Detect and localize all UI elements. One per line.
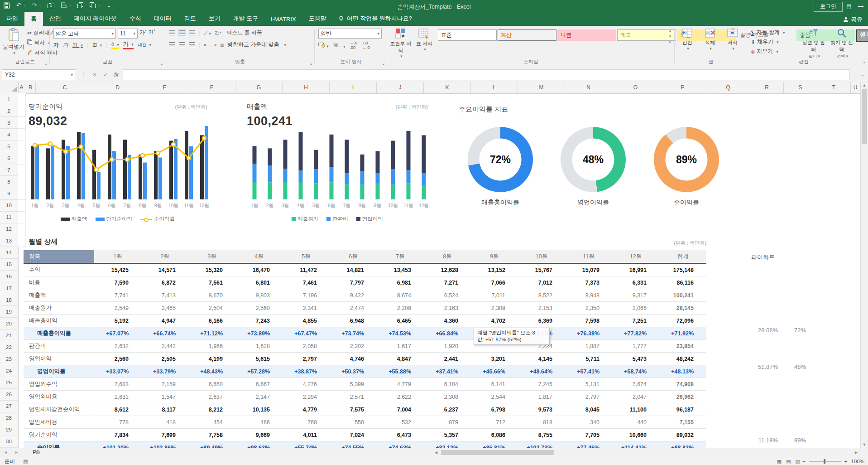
cell-수익-total[interactable]: 175,148 — [659, 264, 706, 276]
formula-menu-icon[interactable]: ⋮ — [81, 72, 86, 78]
tab-보기[interactable]: 보기 — [202, 12, 227, 26]
cell-법인세차감전순이익-12[interactable]: 11,100 — [612, 403, 659, 416]
clear-button[interactable]: ◆지우기▾ — [751, 48, 785, 55]
cell-당기순이익-10[interactable]: 8,755 — [518, 429, 565, 441]
scroll-down-icon[interactable]: ▼ — [861, 442, 868, 447]
cell-매출총이익률-11[interactable]: +76.38% — [565, 327, 612, 339]
row-header-19[interactable]: 19 — [0, 306, 18, 318]
cell-수익-5[interactable]: 11,472 — [283, 264, 330, 276]
cell-법인세차감전순이익-3[interactable]: 8,212 — [188, 403, 235, 416]
cell-매출액-4[interactable]: 9,803 — [235, 289, 283, 301]
cell-영업이익률-10[interactable]: +48.64% — [518, 365, 565, 378]
cell-매출원가-9[interactable]: 2,309 — [471, 302, 518, 314]
cell-매출총이익률-6[interactable]: +73.74% — [330, 327, 377, 339]
cell-영업외수익-12[interactable]: 7,674 — [612, 378, 659, 390]
column-header-T[interactable]: T — [817, 82, 851, 93]
cell-수익-12[interactable]: 16,991 — [612, 264, 659, 276]
cell-영업이익률-8[interactable]: +37.41% — [424, 365, 471, 378]
sheet-nav-right-icon[interactable]: ▸ — [15, 450, 18, 455]
font-color-icon[interactable]: 가 ▾ — [123, 40, 134, 49]
orientation-icon[interactable]: ⟋▾ — [204, 30, 211, 36]
zoom-slider[interactable] — [809, 461, 841, 462]
cell-영업이익률-1[interactable]: +33.07% — [94, 365, 141, 378]
row-header-29[interactable]: 29 — [0, 424, 18, 436]
cell-영업외수익-7[interactable]: 4,779 — [377, 378, 424, 390]
cell-style-0[interactable]: 표준 — [438, 29, 497, 41]
row-header-28[interactable]: 28 — [0, 412, 18, 424]
tab-홈[interactable]: 홈 — [24, 12, 43, 26]
font-dialog-launcher[interactable]: ⌟ — [161, 61, 163, 65]
cell-당기순이익-1[interactable]: 7,834 — [94, 429, 141, 441]
column-header-G[interactable]: G — [235, 82, 283, 93]
cell-style-6[interactable]: 메모 — [617, 29, 676, 41]
cell-영업외비용-1[interactable]: 1,631 — [94, 391, 141, 403]
shrink-font-icon[interactable]: 가˅ — [149, 29, 155, 39]
cell-영업이익-3[interactable]: 4,199 — [188, 353, 235, 365]
column-header-R[interactable]: R — [750, 82, 784, 93]
table-row-영업이익률[interactable]: 영업이익률+33.07%+33.79%+48.43%+57.28%+38.87%… — [24, 365, 706, 378]
cell-당기순이익-3[interactable]: 7,758 — [188, 429, 235, 441]
percent-style-icon[interactable]: % — [334, 42, 339, 48]
tab-검토[interactable]: 검토 — [178, 12, 202, 26]
align-right-icon[interactable] — [189, 42, 195, 47]
column-header-H[interactable]: H — [283, 82, 330, 93]
cell-영업외수익-9[interactable]: 6,141 — [471, 378, 518, 390]
cell-영업외비용-12[interactable]: 2,047 — [612, 391, 659, 403]
insert-function-icon[interactable]: fx — [114, 72, 118, 78]
cell-매출액-8[interactable]: 6,524 — [424, 289, 471, 301]
cell-비용-3[interactable]: 7,561 — [188, 276, 235, 289]
cell-영업이익률-total[interactable]: +48.13% — [659, 365, 706, 378]
column-header-M[interactable]: M — [518, 82, 565, 93]
cell-비용-1[interactable]: 7,590 — [94, 276, 141, 289]
cell-매출원가-4[interactable]: 2,560 — [235, 302, 283, 314]
fill-color-icon[interactable]: ◊ ▾ — [111, 41, 119, 49]
cell-영업이익률-2[interactable]: +33.79% — [141, 365, 188, 378]
cell-매출액-2[interactable]: 7,413 — [141, 289, 188, 301]
row-header-9[interactable]: 9 — [0, 188, 18, 200]
cell-영업이익률-11[interactable]: +57.41% — [565, 365, 612, 378]
cell-판관비-5[interactable]: 2,058 — [283, 340, 330, 352]
cell-매출총이익률-2[interactable]: +66.74% — [141, 327, 188, 339]
merge-center-button[interactable]: 병합하고 가운데 맞춤 — [227, 41, 279, 48]
tab-수식[interactable]: 수식 — [123, 12, 148, 26]
cell-법인세비용-3[interactable]: 454 — [188, 416, 235, 428]
cell-법인세비용-6[interactable]: 550 — [330, 416, 377, 428]
cell-법인세비용-9[interactable]: 712 — [471, 416, 518, 428]
table-row-비용[interactable]: 비용7,5906,8727,5616,8017,4617,7976,9817,2… — [24, 276, 706, 289]
cell-당기순이익-11[interactable]: 7,705 — [565, 429, 612, 441]
enter-icon[interactable]: ✓ — [103, 72, 108, 78]
row-header-8[interactable]: 8 — [0, 176, 18, 188]
table-row-수익[interactable]: 수익15,42514,57115,32016,47011,47214,82113… — [24, 264, 706, 276]
cell-당기순이익-5[interactable]: 4,011 — [283, 429, 330, 441]
cell-영업외비용-2[interactable]: 1,547 — [141, 391, 188, 403]
row-header-25[interactable]: 25 — [0, 377, 18, 389]
cell-영업외비용-8[interactable]: 2,308 — [424, 391, 471, 403]
borders-icon[interactable]: ⊞ ▾ — [92, 42, 102, 48]
cell-당기순이익-6[interactable]: 7,024 — [330, 429, 377, 441]
column-header-U[interactable]: U — [851, 82, 860, 93]
column-header-Q[interactable]: Q — [706, 82, 750, 93]
phonetic-icon[interactable]: 내천 ▾ — [138, 42, 151, 48]
autosum-button[interactable]: ∑자동 합계▾ — [751, 29, 785, 36]
row-header-15[interactable]: 15 — [0, 259, 18, 271]
cell-영업외수익-5[interactable]: 4,276 — [283, 378, 330, 390]
increase-decimal-icon[interactable]: ←.0.00 — [350, 41, 358, 50]
table-row-매출액[interactable]: 매출액7,7417,4138,6709,8037,1969,4228,6746,… — [24, 289, 706, 302]
cell-법인세차감전순이익-total[interactable]: 96,187 — [659, 403, 706, 416]
cell-당기순이익-8[interactable]: 5,357 — [424, 429, 471, 441]
column-header-I[interactable]: I — [330, 82, 377, 93]
cell-매출원가-3[interactable]: 2,504 — [188, 302, 235, 314]
align-bottom-icon[interactable] — [189, 30, 195, 35]
row-header-4[interactable]: 4 — [0, 129, 18, 140]
cell-영업외수익-6[interactable]: 5,399 — [330, 378, 377, 390]
cell-영업외비용-11[interactable]: 2,797 — [565, 391, 612, 403]
format-as-table-button[interactable]: 표 서식▾ — [414, 28, 434, 52]
cell-영업이익-7[interactable]: 4,847 — [377, 353, 424, 365]
column-header-E[interactable]: E — [141, 82, 188, 93]
table-row-법인세비용[interactable]: 법인세비용77841845446676855053287971281834044… — [24, 416, 706, 429]
find-select-button[interactable]: 찾기 및 선택선택 ▾ — [829, 28, 855, 59]
cell-비용-8[interactable]: 7,271 — [424, 276, 471, 289]
cell-수익-1[interactable]: 15,425 — [94, 264, 141, 276]
cell-수익-7[interactable]: 13,453 — [377, 264, 424, 276]
row-header-27[interactable]: 27 — [0, 401, 18, 412]
